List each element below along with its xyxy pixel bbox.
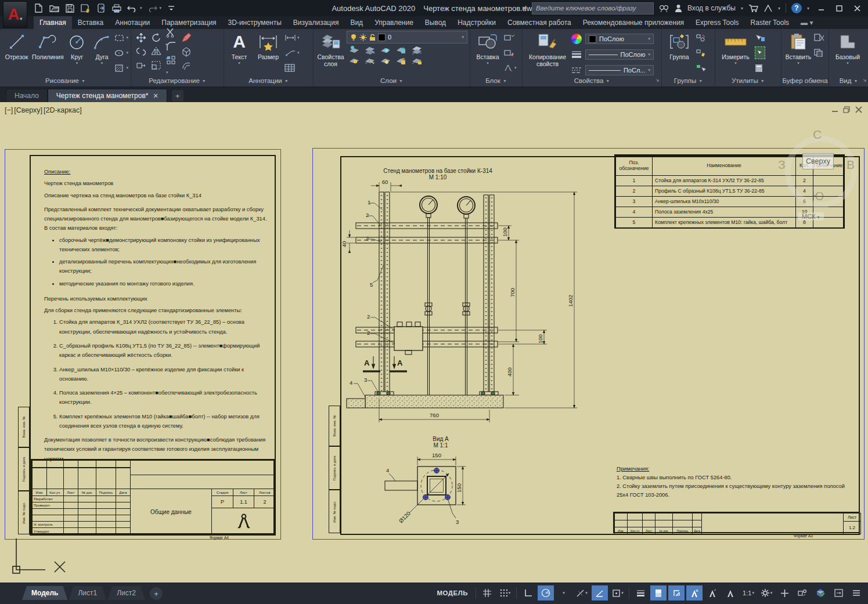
leader-button[interactable]: ▾ bbox=[284, 47, 300, 59]
layer-lock-button-icon[interactable] bbox=[396, 45, 406, 55]
text-button[interactable]: AТекст▾ bbox=[226, 31, 252, 74]
layout-tab-list2[interactable]: Лист2 bbox=[107, 586, 145, 600]
snap-mode-icon[interactable]: ▾ bbox=[497, 585, 513, 601]
undo-caret-icon[interactable]: ▾ bbox=[140, 6, 142, 10]
workspace-gear-icon[interactable]: ▾ bbox=[758, 585, 775, 601]
viewcube-top-face[interactable]: Сверху bbox=[802, 153, 834, 169]
help-caret-icon[interactable]: ▾ bbox=[807, 6, 809, 11]
offset-icon[interactable] bbox=[181, 60, 192, 71]
tab-addins[interactable]: Надстройки bbox=[452, 16, 502, 29]
base-view-button[interactable]: Базовый▾ bbox=[831, 31, 864, 74]
transparency-icon[interactable] bbox=[650, 585, 667, 601]
tab-output[interactable]: Вывод bbox=[419, 16, 452, 29]
selection-cycling-icon[interactable] bbox=[668, 585, 685, 601]
drawing-canvas[interactable]: [−][Сверху][2D-каркас] Взам. инв. № Подп… bbox=[0, 102, 868, 583]
canvas-restore-icon[interactable] bbox=[843, 106, 851, 113]
dimension-button[interactable]: Размер bbox=[253, 31, 283, 74]
tab-view[interactable]: Вид bbox=[344, 16, 369, 29]
layer-unisolate-icon[interactable] bbox=[365, 45, 375, 55]
tab-raster-tools[interactable]: Raster Tools bbox=[745, 16, 795, 29]
search-icon[interactable] bbox=[659, 4, 669, 12]
calculator-icon[interactable] bbox=[755, 62, 765, 74]
tab-manage[interactable]: Управление bbox=[369, 16, 419, 29]
lineweight-list-icon[interactable] bbox=[571, 50, 582, 59]
new-layout-button[interactable]: + bbox=[150, 587, 163, 600]
tab-3d-tools[interactable]: 3D-инструменты bbox=[222, 16, 287, 29]
layer-plant-icon[interactable] bbox=[365, 56, 375, 65]
layer-unlock-icon[interactable] bbox=[396, 56, 406, 65]
grid-display-icon[interactable] bbox=[479, 585, 495, 601]
autodesk-app-icon[interactable] bbox=[763, 5, 773, 12]
tab-insert[interactable]: Вставка bbox=[72, 16, 110, 29]
layer-select[interactable]: 0 ▾ bbox=[347, 31, 467, 44]
signin-caret-icon[interactable]: ▾ bbox=[741, 6, 743, 11]
scale-icon[interactable] bbox=[151, 60, 161, 71]
panel-annotation-label[interactable]: Аннотации▼ bbox=[224, 75, 313, 86]
mirror-icon[interactable] bbox=[151, 46, 161, 57]
layer-off-icon[interactable] bbox=[349, 56, 359, 65]
panel-draw-label[interactable]: Рисование▼ bbox=[0, 75, 131, 86]
store-cart-icon[interactable] bbox=[748, 4, 758, 12]
select-all-icon[interactable] bbox=[755, 46, 765, 59]
polyline-button[interactable]: Полилиния bbox=[32, 31, 64, 74]
graphics-performance-icon[interactable] bbox=[812, 585, 829, 601]
layout-tab-model[interactable]: Модель bbox=[22, 586, 67, 600]
object-color-select[interactable]: ПоСлою▾ bbox=[585, 34, 654, 44]
redo-icon[interactable] bbox=[146, 2, 158, 14]
open-icon[interactable] bbox=[48, 2, 60, 14]
layout-tab-list1[interactable]: Лист1 bbox=[69, 586, 106, 600]
autodesk-app-caret-icon[interactable]: ▾ bbox=[778, 6, 780, 11]
annotation-monitor-icon[interactable] bbox=[776, 585, 793, 601]
close-button[interactable] bbox=[851, 3, 863, 13]
arc-button[interactable]: Дуга▾ bbox=[90, 31, 113, 74]
annotation-autoscale-icon[interactable] bbox=[704, 585, 721, 601]
tab-home[interactable]: Главная bbox=[34, 16, 72, 29]
panel-utilities-label[interactable]: Утилиты▼ bbox=[715, 75, 781, 86]
file-tab-close-icon[interactable]: ✕ bbox=[153, 92, 158, 100]
move-icon[interactable] bbox=[136, 32, 146, 43]
application-menu-button[interactable]: A▾ bbox=[3, 1, 27, 28]
panel-groups-label[interactable]: Группы▼ bbox=[662, 75, 715, 86]
layer-isolate-icon[interactable] bbox=[349, 45, 359, 55]
layer-freeze-button-icon[interactable] bbox=[380, 45, 391, 55]
redo-caret-icon[interactable]: ▾ bbox=[160, 6, 162, 10]
array-icon[interactable]: ▾ bbox=[166, 55, 177, 76]
search-input[interactable]: Введите ключевое слово/фразу bbox=[532, 2, 654, 15]
edit-block-icon[interactable] bbox=[504, 47, 517, 59]
group-button[interactable]: Группа bbox=[664, 31, 694, 74]
group-edit-icon[interactable] bbox=[696, 47, 706, 59]
panel-layers-label[interactable]: Слои▼ bbox=[314, 75, 470, 86]
rotate-icon[interactable] bbox=[151, 32, 161, 43]
panel-properties-label[interactable]: Свойства▼⇲ bbox=[523, 75, 661, 86]
lineweight-select[interactable]: ПоСл...▾ bbox=[585, 65, 654, 75]
clean-screen-icon[interactable] bbox=[830, 585, 847, 601]
save-icon[interactable] bbox=[64, 2, 75, 14]
signin-label[interactable]: Вход в службы bbox=[687, 4, 736, 12]
stretch-icon[interactable] bbox=[136, 60, 146, 71]
annotation-scale-people-icon[interactable] bbox=[722, 585, 739, 601]
panel-properties-launcher-icon[interactable]: ⇲ bbox=[655, 78, 659, 83]
cut-icon[interactable] bbox=[814, 32, 824, 44]
layer-thaw-icon[interactable] bbox=[380, 56, 391, 65]
panel-block-label[interactable]: Блок▼ bbox=[470, 75, 522, 86]
polar-tracking-icon[interactable] bbox=[538, 585, 554, 601]
isodraft-icon[interactable]: ▾ bbox=[574, 585, 590, 601]
web-mobile-icon[interactable] bbox=[95, 2, 107, 14]
viewcube-wcs-menu[interactable]: МСК ▾ bbox=[798, 212, 824, 220]
tab-express-tools[interactable]: Express Tools bbox=[690, 16, 744, 29]
copy-icon[interactable] bbox=[136, 46, 146, 57]
layer-match-icon[interactable] bbox=[412, 45, 422, 55]
copy-clip-icon[interactable] bbox=[814, 47, 824, 59]
tab-featured-apps[interactable]: Рекомендованные приложения bbox=[577, 16, 690, 29]
ribbon-options-icon[interactable]: ▬ ▾ bbox=[795, 16, 819, 29]
plot-icon[interactable] bbox=[111, 2, 123, 14]
tab-annotate[interactable]: Аннотации bbox=[109, 16, 156, 29]
panel-view-launcher-icon[interactable]: ⇲ bbox=[863, 78, 866, 83]
quick-properties-icon[interactable] bbox=[794, 585, 811, 601]
new-file-icon[interactable] bbox=[33, 2, 44, 14]
search-expand-icon[interactable]: ▶ bbox=[523, 5, 527, 11]
canvas-close-icon[interactable] bbox=[855, 106, 862, 113]
circle-button[interactable]: Круг▾ bbox=[65, 31, 89, 74]
line-button[interactable]: Отрезок bbox=[2, 31, 31, 74]
linetype-list-icon[interactable] bbox=[571, 66, 582, 74]
